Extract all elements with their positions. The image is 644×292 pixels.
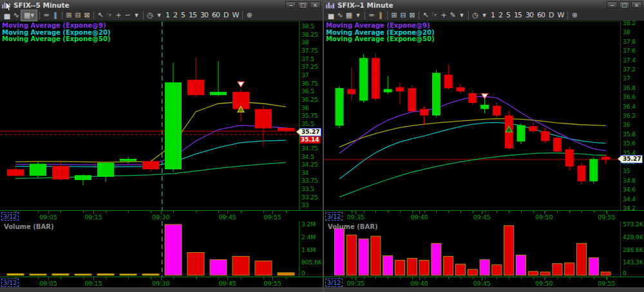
candle-body[interactable] bbox=[52, 166, 69, 179]
candle-body[interactable] bbox=[601, 157, 610, 160]
tf-1-button[interactable]: 1 bbox=[164, 10, 171, 21]
candlestick-canvas[interactable] bbox=[0, 22, 300, 211]
price-chart-pane[interactable]: Moving Average (Expone@9)Moving Average … bbox=[324, 21, 620, 211]
volume-bar[interactable] bbox=[444, 257, 453, 275]
volume-bar[interactable] bbox=[468, 269, 477, 275]
crosshair-tool-icon[interactable]: + bbox=[114, 10, 123, 21]
volume-axis[interactable]: 3.2M2.4M1.6M805.6K0 bbox=[299, 221, 323, 277]
pointer-tool-icon[interactable]: ↖ bbox=[96, 10, 105, 21]
candle-body[interactable] bbox=[30, 164, 46, 176]
price-axis[interactable]: 38.538.253837.7537.537.253736.7536.536.2… bbox=[299, 21, 323, 210]
volume-bar[interactable] bbox=[540, 272, 550, 275]
volume-bar[interactable] bbox=[75, 274, 91, 275]
volume-bar[interactable] bbox=[142, 274, 159, 275]
candle-body[interactable] bbox=[255, 109, 272, 129]
style-dropdown-icon[interactable]: ▾ bbox=[354, 10, 363, 21]
volume-bar[interactable] bbox=[553, 264, 562, 275]
zigzag-line-icon[interactable]: ∿ bbox=[336, 10, 345, 21]
volume-bar[interactable] bbox=[371, 236, 381, 275]
hand-tool-icon[interactable]: ☞ bbox=[430, 10, 439, 21]
volume-bar[interactable] bbox=[165, 224, 182, 275]
volume-bar[interactable] bbox=[7, 274, 24, 275]
interval-dropdown-icon[interactable]: ▾ bbox=[480, 10, 489, 21]
candle-body[interactable] bbox=[120, 159, 137, 161]
grid-plus-icon[interactable]: ⊞ bbox=[64, 10, 73, 21]
volume-bar[interactable] bbox=[187, 252, 204, 275]
date-label[interactable]: 3/12 bbox=[1, 212, 19, 221]
chart-style-button[interactable]: ▦▾ bbox=[21, 10, 37, 21]
volume-bar[interactable] bbox=[407, 259, 417, 275]
pause-icon[interactable]: ‖ bbox=[376, 10, 385, 21]
volume-bar[interactable] bbox=[210, 260, 227, 275]
tf-5-button[interactable]: 5 bbox=[504, 10, 512, 21]
grid-plus-icon[interactable]: ⊞ bbox=[390, 10, 399, 21]
line-tool-icon[interactable]: ─ bbox=[123, 10, 132, 21]
date-label[interactable]: 3/12 bbox=[325, 212, 343, 221]
candle-body[interactable] bbox=[578, 165, 586, 181]
volume-bar[interactable] bbox=[577, 243, 587, 275]
candlestick-canvas[interactable] bbox=[324, 22, 620, 211]
volume-bars-icon[interactable]: ▅ bbox=[327, 10, 336, 21]
volume-bar[interactable] bbox=[431, 243, 441, 275]
volume-bar[interactable] bbox=[504, 226, 514, 275]
clock-icon[interactable]: ◷ bbox=[146, 10, 155, 21]
tf-W-button[interactable]: W bbox=[555, 10, 565, 21]
candle-body[interactable] bbox=[359, 58, 368, 100]
candle-body[interactable] bbox=[517, 125, 526, 141]
titlebar[interactable]: SFIX--1 Minute −□× bbox=[324, 0, 644, 10]
restore-button[interactable]: □ bbox=[619, 1, 630, 8]
candle-body[interactable] bbox=[336, 88, 344, 125]
candle-body[interactable] bbox=[444, 75, 453, 88]
volume-pane[interactable]: Volume (BAR) bbox=[0, 221, 300, 277]
interval-dropdown-icon[interactable]: ▾ bbox=[155, 10, 164, 21]
volume-bar[interactable] bbox=[395, 260, 405, 275]
time-axis-volume[interactable]: 3/1209:0509:1509:3009:4509:55 bbox=[0, 277, 323, 287]
volume-pane[interactable]: Volume (BAR) bbox=[324, 221, 620, 277]
volume-bar[interactable] bbox=[120, 274, 137, 275]
candle-body[interactable] bbox=[278, 128, 294, 131]
tools-dropdown-icon[interactable]: ▾ bbox=[457, 10, 466, 21]
volume-bar[interactable] bbox=[232, 257, 249, 275]
price-axis[interactable]: 38.23837.837.637.437.23736.836.636.436.2… bbox=[620, 21, 644, 210]
close-button[interactable]: × bbox=[310, 1, 321, 8]
chart-style-icon[interactable]: ▦ bbox=[345, 10, 354, 21]
tf-2-button[interactable]: 2 bbox=[497, 10, 504, 21]
volume-bar[interactable] bbox=[480, 260, 489, 275]
volume-bar[interactable] bbox=[456, 264, 466, 275]
tf-30-button[interactable]: 30 bbox=[524, 10, 535, 21]
candle-body[interactable] bbox=[589, 159, 598, 181]
volume-bar[interactable] bbox=[359, 239, 368, 275]
candle-body[interactable] bbox=[384, 89, 392, 92]
candle-body[interactable] bbox=[165, 82, 182, 169]
candle-body[interactable] bbox=[97, 163, 114, 177]
close-button[interactable]: × bbox=[631, 1, 642, 8]
candle-body[interactable] bbox=[432, 73, 440, 115]
clock-icon[interactable]: ◷ bbox=[471, 10, 480, 21]
grid-cross-icon[interactable]: ⊠ bbox=[408, 10, 417, 21]
candle-body[interactable] bbox=[187, 80, 204, 95]
grid-minus-icon[interactable]: ⊟ bbox=[73, 10, 82, 21]
candle-body[interactable] bbox=[408, 88, 416, 111]
candle-body[interactable] bbox=[420, 109, 428, 115]
titlebar[interactable]: SFIX--5 Minute −□× bbox=[0, 0, 323, 10]
volume-bar[interactable] bbox=[492, 265, 502, 275]
tf-15-button[interactable]: 15 bbox=[187, 10, 198, 21]
volume-bar[interactable] bbox=[335, 228, 345, 275]
tf-15-button[interactable]: 15 bbox=[512, 10, 524, 21]
candle-body[interactable] bbox=[480, 105, 489, 109]
minimize-button[interactable]: − bbox=[607, 1, 618, 8]
candle-body[interactable] bbox=[75, 175, 91, 180]
tf-60-button[interactable]: 60 bbox=[535, 10, 547, 21]
zigzag-line-icon[interactable]: ∿ bbox=[12, 10, 21, 21]
tf-D-button[interactable]: D bbox=[222, 10, 230, 21]
volume-bar[interactable] bbox=[419, 260, 429, 275]
volume-bar[interactable] bbox=[52, 274, 69, 275]
horizontal-line-icon[interactable]: = bbox=[367, 10, 376, 21]
time-axis-main[interactable]: 3/1209:3509:4009:4509:5009:55 bbox=[324, 210, 644, 221]
price-chart-pane[interactable]: Moving Average (Expone@9)Moving Average … bbox=[0, 21, 300, 211]
candle-body[interactable] bbox=[529, 126, 537, 131]
tf-30-button[interactable]: 30 bbox=[198, 10, 210, 21]
date-label[interactable]: 3/12 bbox=[325, 278, 343, 287]
candle-body[interactable] bbox=[565, 149, 574, 167]
volume-bar[interactable] bbox=[278, 273, 294, 275]
